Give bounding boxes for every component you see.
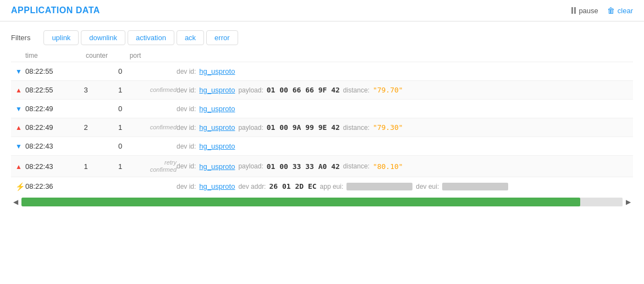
dev-id-link[interactable]: hg_usproto xyxy=(199,162,235,171)
dev-id-label: dev id: xyxy=(177,143,196,150)
table-row: ▲ 08:22:43 1 1 retry confirmed dev id: h… xyxy=(11,155,633,177)
down-arrow-icon: ▼ xyxy=(15,143,22,150)
filters-label: Filters xyxy=(11,34,30,42)
dev-eui-value xyxy=(442,183,508,190)
row-port: 0 xyxy=(105,105,135,113)
dev-id-link[interactable]: hg_usproto xyxy=(199,123,235,132)
row-icon-cell: ▲ xyxy=(15,123,25,132)
payload-value: 01 00 9A 99 9E 42 xyxy=(267,123,340,132)
clear-label: clear xyxy=(618,7,633,15)
table-row: ⚡ 08:22:36 dev id: hg_usproto dev addr: … xyxy=(11,177,633,195)
table-row: ▼ 08:22:55 0 dev id: hg_usproto xyxy=(11,62,633,80)
row-data: dev id: hg_usproto xyxy=(177,105,629,113)
row-data: dev id: hg_usproto xyxy=(177,142,629,150)
up-arrow-icon: ▲ xyxy=(15,163,22,171)
row-time: 08:22:55 xyxy=(25,67,67,75)
distance-label: distance: xyxy=(343,124,370,132)
row-port: 1 xyxy=(105,123,135,132)
row-port: 0 xyxy=(105,142,135,150)
pause-button[interactable]: pause xyxy=(571,7,598,15)
row-data: dev id: hg_usproto payload: 01 00 33 33 … xyxy=(177,162,629,171)
dev-addr-label: dev addr: xyxy=(238,183,266,190)
up-arrow-icon: ▲ xyxy=(15,124,22,132)
col-header-port: port xyxy=(119,52,152,59)
page-title: APPLICATION DATA xyxy=(11,6,100,15)
scrollbar-area: ◀ ▶ xyxy=(11,198,633,206)
filter-tabs: uplink downlink activation ack error xyxy=(43,30,238,45)
tab-uplink[interactable]: uplink xyxy=(43,30,79,45)
dev-addr-value: 26 01 2D EC xyxy=(269,182,316,190)
tab-ack[interactable]: ack xyxy=(177,30,204,45)
table-row: ▼ 08:22:43 0 dev id: hg_usproto xyxy=(11,136,633,155)
scroll-thumb xyxy=(21,198,580,206)
dev-id-label: dev id: xyxy=(177,124,196,132)
tab-error[interactable]: error xyxy=(206,30,238,45)
dev-id-label: dev id: xyxy=(177,183,196,190)
row-port: 0 xyxy=(105,67,135,75)
table-row: ▼ 08:22:49 0 dev id: hg_usproto xyxy=(11,99,633,118)
payload-value: 01 00 33 33 A0 42 xyxy=(267,162,340,171)
bolt-icon: ⚡ xyxy=(15,182,25,191)
table-row: ▲ 08:22:49 2 1 confirmed dev id: hg_uspr… xyxy=(11,118,633,136)
scroll-right-arrow[interactable]: ▶ xyxy=(624,198,633,206)
pause-icon xyxy=(571,7,576,14)
row-data: dev id: hg_usproto payload: 01 00 66 66 … xyxy=(177,86,629,94)
scroll-left-arrow[interactable]: ◀ xyxy=(11,198,20,206)
dev-id-link[interactable]: hg_usproto xyxy=(199,67,235,75)
payload-label: payload: xyxy=(238,162,263,170)
down-arrow-icon: ▼ xyxy=(15,68,22,75)
row-port: 1 xyxy=(105,86,135,94)
app-eui-value xyxy=(346,183,412,190)
row-tag: confirmed xyxy=(135,124,177,131)
row-time: 08:22:55 xyxy=(25,86,67,94)
row-data: dev id: hg_usproto payload: 01 00 9A 99 … xyxy=(177,123,629,132)
row-icon-cell: ▲ xyxy=(15,86,25,94)
table-row: ▲ 08:22:55 3 1 confirmed dev id: hg_uspr… xyxy=(11,80,633,99)
dev-id-label: dev id: xyxy=(177,86,196,94)
distance-value: "80.10" xyxy=(373,162,403,171)
dev-eui-label: dev eui: xyxy=(416,183,439,190)
row-time: 08:22:36 xyxy=(25,182,67,190)
table-container: time counter port ▼ 08:22:55 0 dev id: h… xyxy=(0,50,644,195)
row-icon-cell: ⚡ xyxy=(15,182,25,191)
dev-id-link[interactable]: hg_usproto xyxy=(199,142,235,150)
header-actions: pause 🗑 clear xyxy=(571,6,633,15)
up-arrow-icon: ▲ xyxy=(15,86,22,94)
row-time: 08:22:49 xyxy=(25,105,67,113)
distance-label: distance: xyxy=(343,162,370,170)
dev-id-label: dev id: xyxy=(177,162,196,170)
row-data: dev id: hg_usproto dev addr: 26 01 2D EC… xyxy=(177,182,629,190)
tab-activation[interactable]: activation xyxy=(128,30,174,45)
dev-id-label: dev id: xyxy=(177,68,196,75)
payload-label: payload: xyxy=(238,124,263,132)
clear-button[interactable]: 🗑 clear xyxy=(607,6,633,15)
trash-icon: 🗑 xyxy=(607,6,615,15)
distance-label: distance: xyxy=(343,86,370,94)
dev-id-label: dev id: xyxy=(177,105,196,113)
distance-value: "79.30" xyxy=(373,123,403,132)
row-icon-cell: ▼ xyxy=(15,105,25,113)
row-time: 08:22:43 xyxy=(25,142,67,150)
row-time: 08:22:43 xyxy=(25,162,67,171)
row-icon-cell: ▼ xyxy=(15,67,25,75)
col-header-time: time xyxy=(25,52,75,59)
dev-id-link[interactable]: hg_usproto xyxy=(199,86,235,94)
row-data: dev id: hg_usproto xyxy=(177,67,629,75)
column-headers: time counter port xyxy=(11,50,633,62)
row-icon-cell: ▲ xyxy=(15,162,25,171)
pause-label: pause xyxy=(579,7,598,15)
row-counter: 1 xyxy=(67,162,105,171)
dev-id-link[interactable]: hg_usproto xyxy=(199,105,235,113)
row-counter: 3 xyxy=(67,86,105,94)
filters-section: Filters uplink downlink activation ack e… xyxy=(0,21,644,50)
row-tag: retry confirmed xyxy=(135,159,177,173)
scroll-track[interactable] xyxy=(21,198,623,206)
distance-value: "79.70" xyxy=(373,86,403,94)
tab-downlink[interactable]: downlink xyxy=(81,30,125,45)
dev-id-link[interactable]: hg_usproto xyxy=(199,182,235,190)
down-arrow-icon: ▼ xyxy=(15,105,22,113)
row-tag: confirmed xyxy=(135,86,177,94)
row-port: 1 xyxy=(105,162,135,171)
app-eui-label: app eui: xyxy=(320,183,344,190)
row-time: 08:22:49 xyxy=(25,123,67,132)
